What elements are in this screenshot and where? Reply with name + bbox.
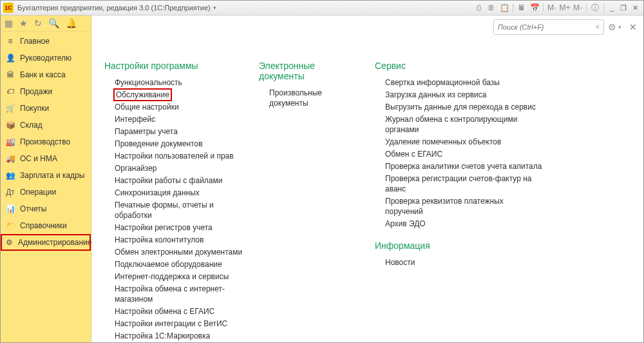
nav-item-9[interactable]: ДтОперации (1, 184, 91, 201)
minimize-button[interactable]: _ (606, 4, 618, 12)
link-item[interactable]: Интерфейс (115, 114, 246, 124)
nav-icon: 👤 (6, 54, 15, 63)
nav-item-10[interactable]: 📊Отчеты (1, 201, 91, 217)
content-area: × ⚙ ▾ ✕ Настройки программы Функциональн… (91, 15, 643, 343)
link-item[interactable]: Интернет-поддержка и сервисы (115, 271, 246, 282)
apps-icon[interactable]: ▦ (5, 18, 13, 28)
notifications-icon[interactable]: 🔔 (66, 18, 77, 28)
nav-item-7[interactable]: 🚚ОС и НМА (1, 150, 91, 167)
link-item[interactable]: Произвольные документы (269, 88, 362, 108)
calc-icon[interactable]: 🖩 (516, 2, 527, 14)
nav-label: Главное (20, 37, 50, 46)
nav-label: Справочники (20, 221, 67, 230)
link-item[interactable]: Подключаемое оборудование (115, 259, 246, 270)
app-logo: 1С (3, 3, 14, 13)
nav-label: Руководителю (20, 54, 71, 63)
favorites-icon[interactable]: ★ (19, 18, 28, 28)
section-title-edocs: Электронные документы (259, 61, 362, 81)
m-clear-button[interactable]: M- (572, 2, 583, 14)
link-item[interactable]: Синхронизация данных (115, 188, 246, 198)
sidebar: ▦ ★ ↻ 🔍 🔔 ≡Главное👤Руководителю🏛Банк и к… (1, 15, 91, 343)
nav-icon: 🏷 (6, 87, 15, 96)
nav-icon: 🏛 (6, 70, 15, 79)
maximize-button[interactable]: ❐ (618, 4, 629, 12)
link-item[interactable]: Обмен с ЕГАИС (385, 149, 542, 159)
link-item[interactable]: Проверка аналитики счетов учета капитала (385, 161, 542, 172)
nav-icon: 📦 (6, 121, 15, 130)
link-item[interactable]: Настройки обмена с ЕГАИС (115, 306, 246, 317)
link-item[interactable]: Настройка обмена с интернет-магазином (115, 284, 246, 304)
link-item[interactable]: Печатные формы, отчеты и обработки (115, 200, 246, 220)
calendar-icon[interactable]: 📅 (529, 2, 540, 14)
window-title: Бухгалтерия предприятия, редакция 3.0 (1… (17, 4, 211, 12)
link-item[interactable]: Настройки пользователей и прав (115, 151, 246, 161)
nav-label: Продажи (20, 87, 52, 96)
link-item[interactable]: Проведение документов (115, 139, 246, 149)
title-dropdown-icon[interactable]: ▾ (213, 5, 216, 11)
nav-icon: 📊 (6, 204, 15, 213)
link-item[interactable]: Обмен электронными документами (115, 247, 246, 257)
info-icon[interactable]: ⓘ (589, 2, 601, 14)
m-minus-button[interactable]: M- (546, 2, 558, 14)
nav-icon: 🛒 (6, 104, 15, 113)
nav-item-5[interactable]: 📦Склад (1, 117, 91, 133)
nav-item-12[interactable]: ⚙Администрирование (1, 234, 91, 251)
link-item[interactable]: Параметры учета (115, 126, 246, 137)
link-item[interactable]: Архив ЭДО (385, 219, 542, 229)
link-item[interactable]: Настройка 1С:Маркировка (115, 331, 246, 341)
nav-label: Администрирование (18, 238, 91, 247)
nav-label: Покупки (20, 104, 49, 113)
link-item[interactable]: Настройки регистров учета (115, 222, 246, 233)
link-item[interactable]: Органайзер (115, 163, 246, 173)
close-panel-icon[interactable]: ✕ (629, 22, 637, 32)
settings-icon[interactable]: ⚙ (608, 22, 616, 32)
link-item[interactable]: Обслуживание (115, 90, 171, 100)
history-icon[interactable]: ↻ (34, 18, 42, 28)
doc-icon[interactable]: 🗎 (486, 2, 497, 14)
nav-label: Производство (20, 137, 70, 146)
nav-item-4[interactable]: 🛒Покупки (1, 100, 91, 117)
link-item[interactable]: Настройки интеграции с ВетИС (115, 318, 246, 329)
nav-label: ОС и НМА (20, 154, 57, 163)
link-item[interactable]: Настройка колонтитулов (115, 235, 246, 245)
link-item[interactable]: Свертка информационной базы (385, 77, 542, 88)
clipboard-icon[interactable]: 📋 (498, 2, 510, 14)
link-item[interactable]: Общие настройки (115, 102, 246, 112)
section-title-info: Информация (375, 240, 542, 251)
m-plus-button[interactable]: M+ (559, 2, 571, 14)
nav-icon: 👥 (6, 171, 15, 180)
link-item[interactable]: Выгрузить данные для перехода в сервис (385, 102, 542, 112)
nav-label: Склад (20, 121, 43, 130)
link-item[interactable]: Проверка реквизитов платежных поручений (385, 196, 542, 217)
search-icon[interactable]: 🔍 (48, 18, 59, 28)
sidebar-top-toolbar: ▦ ★ ↻ 🔍 🔔 (1, 15, 91, 32)
nav-item-8[interactable]: 👥Зарплата и кадры (1, 167, 91, 184)
nav-item-1[interactable]: 👤Руководителю (1, 50, 91, 66)
search-input[interactable] (494, 23, 592, 31)
print-icon[interactable]: ⎙ (473, 2, 484, 14)
link-item[interactable]: Журнал обмена с контролирующими органами (385, 114, 542, 135)
nav-icon: 📁 (6, 221, 15, 230)
link-item[interactable]: Проверка регистрации счетов-фактур на ав… (385, 173, 542, 194)
search-box[interactable]: × (493, 19, 604, 35)
link-item[interactable]: Функциональность (115, 77, 246, 88)
settings-dropdown-icon[interactable]: ▾ (618, 24, 621, 30)
search-clear-icon[interactable]: × (592, 23, 603, 32)
nav-item-11[interactable]: 📁Справочники (1, 217, 91, 234)
nav-icon: Дт (6, 188, 15, 197)
nav-item-6[interactable]: 🏭Производство (1, 133, 91, 150)
link-item[interactable]: Новости (385, 257, 542, 268)
nav-label: Отчеты (20, 204, 46, 213)
titlebar: 1С Бухгалтерия предприятия, редакция 3.0… (1, 1, 643, 15)
nav-icon: 🚚 (6, 154, 15, 163)
link-item[interactable]: Удаление помеченных объектов (385, 137, 542, 147)
nav-icon: ⚙ (6, 238, 13, 247)
nav-item-0[interactable]: ≡Главное (1, 33, 91, 50)
link-item[interactable]: Настройки работы с файлами (115, 175, 246, 186)
nav-item-3[interactable]: 🏷Продажи (1, 83, 91, 100)
nav-icon: ≡ (6, 37, 15, 46)
nav: ≡Главное👤Руководителю🏛Банк и касса🏷Прода… (1, 32, 91, 251)
close-button[interactable]: ✕ (629, 4, 641, 12)
link-item[interactable]: Загрузка данных из сервиса (385, 90, 542, 100)
nav-item-2[interactable]: 🏛Банк и касса (1, 66, 91, 83)
